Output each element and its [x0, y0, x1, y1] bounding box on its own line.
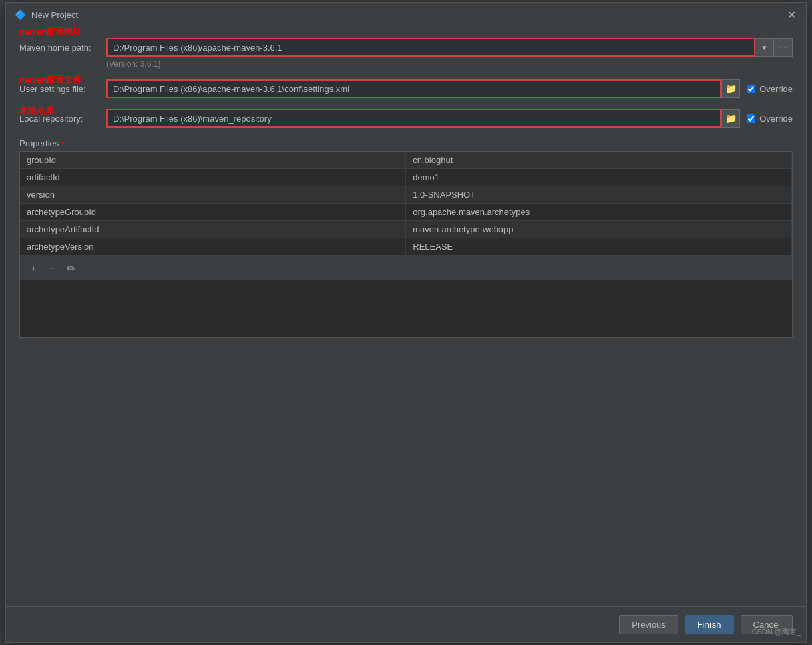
- property-key: artifactId: [20, 169, 406, 186]
- properties-section: Properties• groupIdcn.bloghutartifactIdd…: [19, 138, 793, 467]
- edit-property-button[interactable]: ✏: [63, 260, 79, 276]
- properties-table-container: groupIdcn.bloghutartifactIddemo1version1…: [19, 151, 793, 338]
- table-actions: + − ✏: [20, 256, 792, 280]
- local-repo-label: Local repository:: [19, 114, 99, 124]
- property-value: demo1: [406, 169, 792, 186]
- maven-home-input-row: ▼ ···: [106, 38, 793, 57]
- property-value: RELEASE: [406, 238, 792, 256]
- table-row[interactable]: version1.0-SNAPSHOT: [20, 186, 792, 204]
- user-settings-input[interactable]: [106, 79, 721, 98]
- table-row[interactable]: archetypeGroupIdorg.apache.maven.archety…: [20, 204, 792, 221]
- dialog-content: maven配置地址 Maven home path: ▼ ··· (Versio…: [6, 27, 806, 606]
- title-bar-left: 🔷 New Project: [14, 9, 78, 21]
- properties-header: Properties•: [19, 138, 793, 148]
- local-repo-override-checkbox[interactable]: [747, 114, 755, 123]
- property-key: version: [20, 186, 406, 204]
- user-settings-override-label: Override: [759, 84, 793, 94]
- finish-button[interactable]: Finish: [685, 615, 734, 634]
- property-key: archetypeGroupId: [20, 204, 406, 221]
- property-value: maven-archetype-webapp: [406, 221, 792, 238]
- close-button[interactable]: ✕: [785, 8, 798, 21]
- maven-home-input[interactable]: [106, 38, 755, 57]
- local-repo-folder[interactable]: 📁: [721, 109, 740, 128]
- maven-home-dropdown[interactable]: ▼: [755, 38, 774, 57]
- form-section: maven配置地址 Maven home path: ▼ ··· (Versio…: [19, 38, 793, 128]
- table-row[interactable]: groupIdcn.bloghut: [20, 152, 792, 169]
- property-key: archetypeVersion: [20, 238, 406, 256]
- intellij-icon: 🔷: [14, 9, 26, 21]
- dialog-title: New Project: [31, 10, 78, 20]
- property-key: archetypeArtifactId: [20, 221, 406, 238]
- properties-table: groupIdcn.bloghutartifactIddemo1version1…: [20, 152, 792, 256]
- title-bar: 🔷 New Project ✕: [6, 3, 806, 27]
- add-property-button[interactable]: +: [25, 260, 41, 276]
- dialog-footer: Previous Finish Cancel: [6, 606, 806, 642]
- previous-button[interactable]: Previous: [619, 615, 678, 634]
- property-value: cn.bloghut: [406, 152, 792, 169]
- property-value: org.apache.maven.archetypes: [406, 204, 792, 221]
- remove-property-button[interactable]: −: [44, 260, 60, 276]
- user-settings-input-row: 📁: [106, 79, 740, 98]
- local-repo-override: Override: [747, 114, 793, 124]
- new-project-dialog: 🔷 New Project ✕ maven配置地址 Maven home pat…: [5, 2, 807, 643]
- property-key: groupId: [20, 152, 406, 169]
- watermark: CSDN @陶言_: [751, 627, 801, 637]
- user-settings-override-checkbox[interactable]: [747, 85, 755, 93]
- required-dot: •: [61, 138, 65, 148]
- maven-home-dots[interactable]: ···: [774, 38, 793, 57]
- user-settings-row: User settings file: 📁 Override: [19, 79, 793, 98]
- table-row[interactable]: archetypeArtifactIdmaven-archetype-webap…: [20, 221, 792, 238]
- local-repo-override-label: Override: [759, 114, 793, 124]
- annotation-maven-home: maven配置地址: [19, 26, 81, 38]
- local-repo-input-row: 📁: [106, 109, 740, 128]
- maven-home-row: Maven home path: ▼ ···: [19, 38, 793, 57]
- maven-version: (Version: 3.6.1): [106, 59, 793, 69]
- user-settings-override: Override: [747, 84, 793, 94]
- table-row[interactable]: artifactIddemo1: [20, 169, 792, 186]
- local-repo-input[interactable]: [106, 109, 721, 128]
- property-value: 1.0-SNAPSHOT: [406, 186, 792, 204]
- maven-home-label: Maven home path:: [19, 43, 99, 53]
- table-row[interactable]: archetypeVersionRELEASE: [20, 238, 792, 256]
- user-settings-label: User settings file:: [19, 84, 99, 94]
- local-repo-row: Local repository: 📁 Override: [19, 109, 793, 128]
- user-settings-folder[interactable]: 📁: [721, 79, 740, 98]
